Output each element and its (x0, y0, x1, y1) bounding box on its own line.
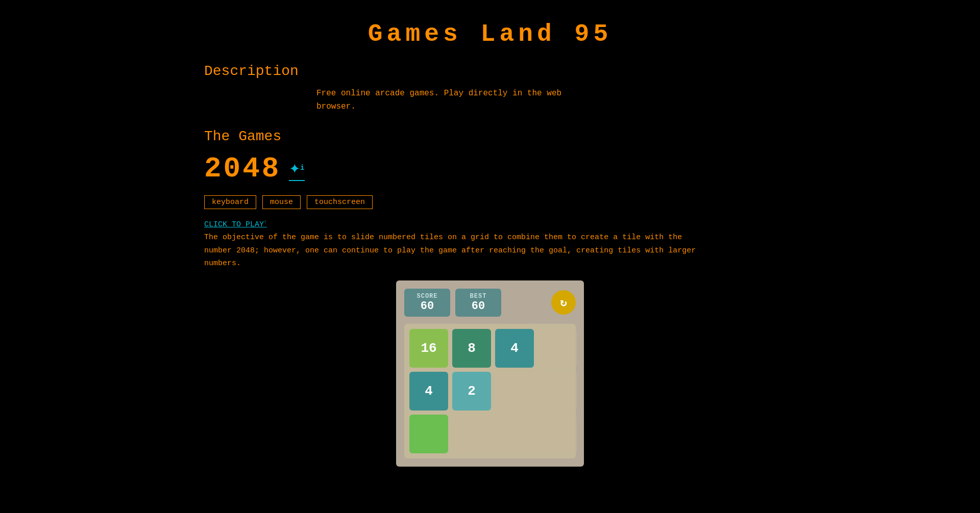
refresh-button[interactable]: ↻ (551, 290, 576, 315)
tags-row: keyboard mouse touchscreen (204, 195, 776, 209)
best-value: 60 (465, 300, 491, 313)
tag-keyboard: keyboard (204, 195, 256, 209)
tag-touchscreen: touchscreen (307, 195, 373, 209)
tile-empty-r2c4 (538, 372, 577, 411)
score-row: SCORE 60 BEST 60 ↻ (404, 289, 576, 317)
click-to-play-row: CLICK TO PLAY↑ (204, 219, 776, 229)
best-box: BEST 60 (455, 289, 501, 317)
tile-4-r2: 4 (409, 372, 448, 411)
tile-empty-r3c4 (538, 415, 577, 453)
tile-16: 16 (409, 329, 448, 368)
game-icon: ✦i (289, 157, 304, 181)
page-container: Games Land 95 Description Free online ar… (184, 0, 796, 477)
score-label: SCORE (414, 293, 440, 300)
tile-empty-r3c2 (452, 415, 491, 453)
games-section: The Games 2048 ✦i keyboard mouse touchsc… (204, 129, 776, 467)
click-to-play-link[interactable]: CLICK TO PLAY↑ (204, 220, 267, 229)
description-section: Description Free online arcade games. Pl… (204, 63, 776, 113)
game-preview: SCORE 60 BEST 60 ↻ 16 8 4 (396, 280, 584, 467)
best-label: BEST (465, 293, 491, 300)
site-title: Games Land 95 (204, 10, 776, 63)
games-heading: The Games (204, 129, 776, 144)
tag-mouse: mouse (262, 195, 301, 209)
game-title: 2048 (204, 152, 281, 185)
description-heading: Description (204, 63, 776, 79)
game-grid: 16 8 4 4 2 (404, 324, 576, 458)
score-box: SCORE 60 (404, 289, 450, 317)
tile-2: 2 (452, 372, 491, 411)
tile-empty-r2c3 (495, 372, 534, 411)
game-description: The objective of the game is to slide nu… (204, 231, 699, 270)
description-text: Free online arcade games. Play directly … (316, 87, 776, 113)
game-title-row: 2048 ✦i (204, 152, 776, 185)
tile-empty-r3c3 (495, 415, 534, 453)
tile-bottom-r3c1 (409, 415, 448, 453)
tile-4-r1: 4 (495, 329, 534, 368)
refresh-icon: ↻ (560, 296, 567, 310)
tile-8: 8 (452, 329, 491, 368)
tile-empty-r1 (538, 329, 577, 368)
score-value: 60 (414, 300, 440, 313)
game-preview-container: SCORE 60 BEST 60 ↻ 16 8 4 (204, 280, 776, 467)
